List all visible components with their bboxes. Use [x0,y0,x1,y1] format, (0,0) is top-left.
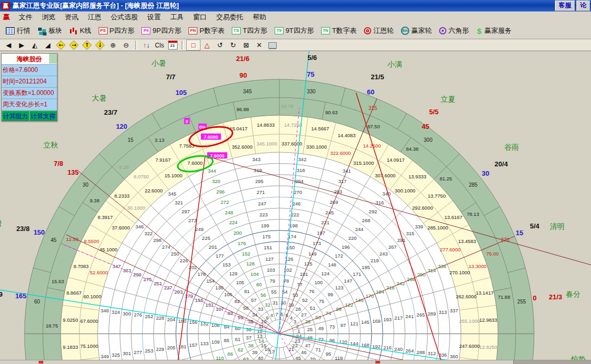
nav-left-icon[interactable]: ◀ [2,40,15,50]
titlebar-buttons: 客服论 [555,1,591,11]
svg-text:344: 344 [208,168,216,174]
svg-text:7.9167: 7.9167 [156,157,171,163]
toolbar-label: 赢家轮 [411,26,432,35]
toolbar-button-9P四方形[interactable]: P99P四方形 [138,24,185,38]
menu-item-公式选股[interactable]: 公式选股 [106,13,143,22]
toolbar-button-T数字表[interactable]: TNT数字表 [317,24,360,38]
diamond-down-icon[interactable]: ↓ [93,40,107,50]
svg-text:297: 297 [182,209,190,214]
rotate-cw-icon[interactable]: ↻ [227,40,240,50]
toolbar-button-行情[interactable]: 行情 [2,24,34,38]
app-logo-icon: 赢 [2,2,10,10]
svg-text:37: 37 [246,335,252,341]
rect-tool-icon[interactable]: □ [186,40,200,51]
scrollbar-thumb[interactable] [513,360,591,364]
svg-text:86: 86 [228,351,233,357]
panel-row-2: 变换系数=1.00000 [2,88,57,99]
svg-text:4: 4 [290,315,292,321]
cls-button[interactable]: Cls [153,40,166,50]
toolbar-button-P数字表[interactable]: PNP数字表 [185,24,228,38]
gann-wheel-chart[interactable]: 2122232412345678910111213141516174546474… [0,51,591,364]
zoom-out-icon[interactable]: ⊖ [120,40,133,50]
svg-text:小暑: 小暑 [151,59,166,67]
svg-text:343: 343 [252,156,261,162]
dollar-icon: $ [476,27,482,35]
stock-info-panel: 海峡股份 价格=7.6000时间=20121204变换系数=1.00000周天变… [1,53,57,122]
menu-item-资讯[interactable]: 资讯 [60,13,83,22]
svg-text:315.1000: 315.1000 [353,160,374,166]
toolbar-button-板块[interactable]: 板块 [34,24,66,38]
svg-text:56: 56 [261,292,266,298]
toolbar-button-K线[interactable]: K线 [66,24,95,38]
menu-logo-icon: 赢 [0,13,14,22]
svg-text:8.5500: 8.5500 [84,238,99,244]
titlebar-button-1[interactable]: 论 [576,1,590,11]
panel-button-计算阻力[interactable]: 计算阻力 [2,111,29,121]
diamond-right-icon[interactable]: → [67,40,80,50]
svg-text:15.63: 15.63 [52,278,64,284]
svg-text:21/5: 21/5 [371,73,384,81]
calendar-icon[interactable]: 21 [166,40,179,50]
triangle-tool-icon[interactable]: △ [200,40,214,50]
svg-text:60.1000: 60.1000 [84,294,101,299]
svg-text:60: 60 [367,88,374,96]
svg-text:57: 57 [251,297,257,303]
menu-item-设置[interactable]: 设置 [143,13,166,22]
toolbar-button-赢家服务[interactable]: $赢家服务 [472,24,515,38]
menu-item-江恩[interactable]: 江恩 [83,13,106,22]
toolbar-separator [135,41,137,50]
menu-item-工具[interactable]: 工具 [166,13,188,22]
tri-up-icon[interactable]: ◭ [28,40,41,50]
gann-wheel-svg[interactable]: 2122232412345678910111213141516174546474… [0,51,591,364]
nav-right-icon[interactable]: ▶ [15,40,28,50]
toolbar-label: 9T四方形 [286,26,314,35]
shrink-icon[interactable]: ✕ [253,40,266,50]
toolbar-button-9T四方形[interactable]: T99T四方形 [271,24,317,38]
toolbar-label: 六角形 [448,26,469,35]
svg-text:295: 295 [255,178,264,184]
menu-item-文件[interactable]: 文件 [14,13,37,22]
titlebar-button-0[interactable]: 客服 [555,1,575,11]
menu-item-帮助[interactable]: 帮助 [248,13,271,22]
box-select-icon[interactable]: ⊠ [240,40,253,50]
svg-text:0: 0 [185,119,188,124]
rotate-ccw-icon[interactable]: ↺ [214,40,227,50]
toolbar-button-T四方形[interactable]: TST四方形 [228,24,271,38]
svg-text:196: 196 [341,244,350,250]
bottom-scroll-strip[interactable] [0,360,591,364]
svg-text:268: 268 [362,217,370,223]
svg-text:165: 165 [15,292,27,300]
svg-text:6.25: 6.25 [119,164,129,170]
toolbar-button-P四方形[interactable]: PSP四方形 [95,24,138,38]
window-title: 赢家江恩专业版[赢家内部服务平台] - [海峡股份 江恩轮] [13,1,179,10]
svg-text:249: 249 [195,226,204,232]
svg-text:90.63: 90.63 [325,110,338,115]
svg-text:52: 52 [302,297,308,303]
svg-text:270: 270 [294,189,302,195]
target-icon [364,27,371,34]
tri-down-icon[interactable]: ◢ [41,40,54,50]
toolbar-button-江恩轮[interactable]: 江恩轮 [360,24,397,38]
toolbar-button-赢家轮[interactable]: Bin赢家轮 [397,24,435,38]
zoom-in-icon[interactable]: ⊕ [107,40,120,50]
svg-text:30.1000: 30.1000 [127,205,145,211]
svg-text:124: 124 [321,271,329,276]
toolbar-button-六角形[interactable]: 六角形 [435,24,472,38]
svg-text:7/9: 7/9 [0,290,3,298]
toolbar-label: 行情 [17,26,30,35]
menu-item-浏览[interactable]: 浏览 [37,13,60,22]
updown-arrows-icon[interactable]: ↑↓ [140,40,153,50]
menu-item-交易委托[interactable]: 交易委托 [211,13,248,22]
svg-text:349: 349 [101,354,109,359]
svg-text:52.6000: 52.6000 [90,270,108,275]
diamond-left-icon[interactable]: ← [54,40,67,50]
diamond-up-icon[interactable]: ↑ [80,40,93,50]
screen-icon[interactable] [266,40,279,50]
toolbar-separator [182,41,184,50]
svg-text:289: 289 [428,311,436,317]
menu-item-窗口[interactable]: 窗口 [188,13,211,22]
svg-text:80: 80 [256,282,262,287]
svg-text:203: 203 [174,289,183,295]
badge-icon: TN [321,27,330,34]
panel-button-计算支撑[interactable]: 计算支撑 [29,111,57,121]
